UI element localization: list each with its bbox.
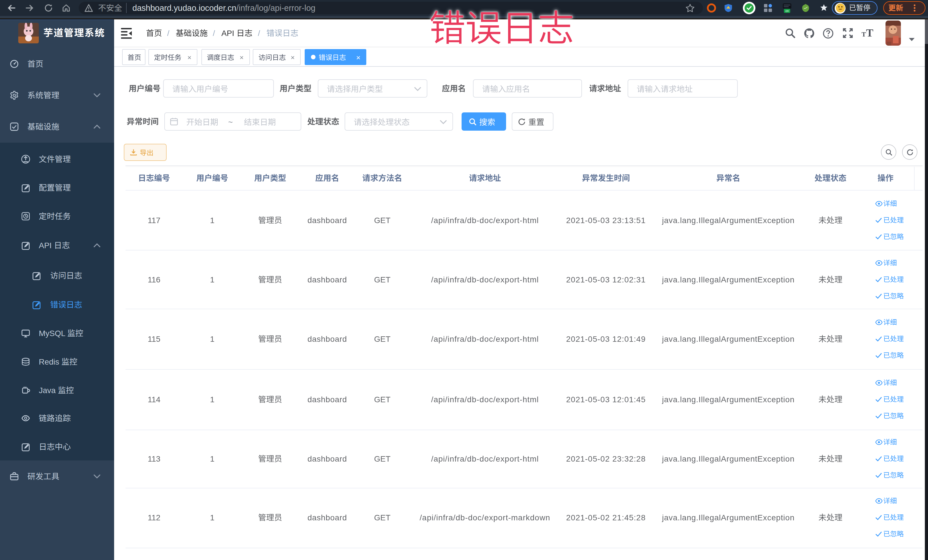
svg-text:on: on [785, 9, 789, 12]
